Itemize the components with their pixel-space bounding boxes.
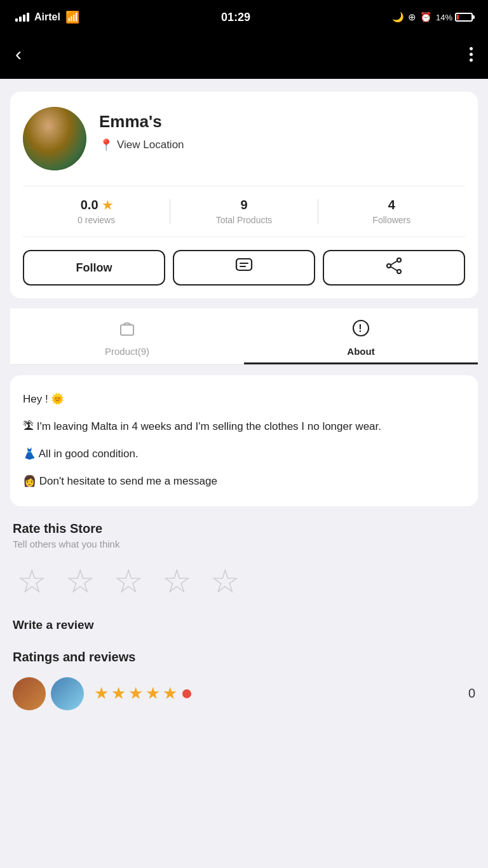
stat-rating: 0.0 ★ 0 reviews xyxy=(23,198,170,225)
review-star-2: ★ xyxy=(111,684,126,703)
star-2-button[interactable]: ☆ xyxy=(61,562,99,600)
carrier-name: Airtel xyxy=(34,11,60,23)
ratings-row: ★ ★ ★ ★ ★ 0 xyxy=(13,677,475,720)
more-menu-button[interactable] xyxy=(470,47,473,62)
signal-bar-2 xyxy=(19,17,22,22)
tab-about[interactable]: ! About xyxy=(244,308,478,364)
action-buttons: Follow xyxy=(23,250,465,286)
stat-rating-value: 0.0 ★ xyxy=(23,198,170,212)
star-3-button[interactable]: ☆ xyxy=(109,562,147,600)
about-tab-icon: ! xyxy=(351,319,370,342)
location-status-icon: ⊕ xyxy=(408,11,416,23)
rate-store-section: Rate this Store Tell others what you thi… xyxy=(10,521,478,600)
status-left: Airtel 📶 xyxy=(15,10,79,24)
svg-text:!: ! xyxy=(358,323,362,334)
status-right: 🌙 ⊕ ⏰ 14% xyxy=(392,11,473,23)
profile-card: Emma's 📍 View Location 0.0 ★ 0 reviews 9… xyxy=(10,92,478,298)
dot-1 xyxy=(470,47,473,50)
battery-icon xyxy=(455,13,473,22)
status-bar: Airtel 📶 01:29 🌙 ⊕ ⏰ 14% xyxy=(0,0,488,33)
svg-rect-0 xyxy=(236,259,252,270)
status-time: 01:29 xyxy=(221,11,250,24)
svg-point-5 xyxy=(387,264,391,268)
star-4-icon: ☆ xyxy=(162,565,192,598)
reviewer-avatar-2 xyxy=(51,677,84,710)
svg-point-3 xyxy=(397,258,401,262)
main-content: Emma's 📍 View Location 0.0 ★ 0 reviews 9… xyxy=(0,79,488,720)
star-2-icon: ☆ xyxy=(65,565,95,598)
review-star-5: ★ xyxy=(163,684,177,703)
about-line-3: 👗 All in good condition. xyxy=(23,445,465,464)
svg-point-4 xyxy=(397,270,401,273)
rating-count: 0 xyxy=(468,686,475,701)
star-5-button[interactable]: ☆ xyxy=(206,562,244,600)
dot-3 xyxy=(470,59,473,62)
about-text: Hey ! 🌞 🏝 I'm leaving Malta in 4 weeks a… xyxy=(23,390,465,491)
svg-line-6 xyxy=(391,261,397,265)
wifi-icon: 📶 xyxy=(65,10,79,24)
rate-store-title: Rate this Store xyxy=(13,521,475,536)
star-3-icon: ☆ xyxy=(114,565,144,598)
signal-bar-4 xyxy=(27,13,29,22)
share-icon xyxy=(385,258,403,278)
battery-percent-label: 14% xyxy=(436,13,452,22)
rating-star-icon: ★ xyxy=(102,198,112,212)
svg-line-7 xyxy=(391,267,397,271)
rate-store-subtitle: Tell others what you think xyxy=(13,539,475,549)
about-line-1: Hey ! 🌞 xyxy=(23,390,465,409)
tab-about-label: About xyxy=(347,346,374,357)
stat-followers-value: 4 xyxy=(318,198,465,212)
tab-products[interactable]: Product(9) xyxy=(10,308,244,364)
location-icon: 📍 xyxy=(99,138,113,152)
battery-fill xyxy=(457,15,459,20)
stat-followers-label: Followers xyxy=(318,215,465,225)
stat-followers: 4 Followers xyxy=(318,198,465,225)
products-tab-icon xyxy=(118,319,137,342)
star-1-button[interactable]: ☆ xyxy=(13,562,51,600)
stat-products: 9 Total Products xyxy=(170,198,317,225)
review-stars: ★ ★ ★ ★ ★ xyxy=(94,684,458,703)
avatar-image xyxy=(23,107,86,170)
reviewer-avatars xyxy=(13,677,84,710)
profile-info: Emma's 📍 View Location xyxy=(99,107,184,152)
profile-name: Emma's xyxy=(99,112,184,132)
about-line-2: 🏝 I'm leaving Malta in 4 weeks and I'm s… xyxy=(23,418,465,436)
star-4-button[interactable]: ☆ xyxy=(158,562,196,600)
battery-container: 14% xyxy=(436,13,473,22)
moon-icon: 🌙 xyxy=(392,11,404,23)
stat-products-value: 9 xyxy=(170,198,317,212)
follow-button[interactable]: Follow xyxy=(23,250,165,286)
ratings-title: Ratings and reviews xyxy=(13,650,475,665)
nav-bar: ‹ xyxy=(0,33,488,79)
stat-products-label: Total Products xyxy=(170,215,317,225)
about-line-4: 👩 Don't hesitate to send me a message xyxy=(23,472,465,491)
about-card: Hey ! 🌞 🏝 I'm leaving Malta in 4 weeks a… xyxy=(10,375,478,506)
alarm-icon: ⏰ xyxy=(420,11,432,23)
signal-bars-icon xyxy=(15,13,29,22)
message-button[interactable] xyxy=(173,250,315,286)
location-row[interactable]: 📍 View Location xyxy=(99,138,184,152)
review-star-3: ★ xyxy=(128,684,143,703)
star-5-icon: ☆ xyxy=(210,565,240,598)
share-button[interactable] xyxy=(323,250,465,286)
message-icon xyxy=(235,258,253,278)
ratings-section: Ratings and reviews ★ ★ ★ ★ ★ 0 xyxy=(10,650,478,720)
signal-bar-3 xyxy=(23,15,25,22)
review-star-1: ★ xyxy=(94,684,109,703)
tab-bar: Product(9) ! About xyxy=(10,308,478,365)
dot-2 xyxy=(470,53,473,56)
svg-rect-8 xyxy=(121,325,133,335)
review-star-4: ★ xyxy=(146,684,160,703)
back-button[interactable]: ‹ xyxy=(15,45,22,64)
star-1-icon: ☆ xyxy=(17,565,47,598)
write-review-label[interactable]: Write a review xyxy=(10,618,478,632)
signal-bar-1 xyxy=(15,18,18,22)
stats-row: 0.0 ★ 0 reviews 9 Total Products 4 Follo… xyxy=(23,186,465,237)
profile-header: Emma's 📍 View Location xyxy=(23,107,465,170)
stat-reviews-label: 0 reviews xyxy=(23,215,170,225)
avatar xyxy=(23,107,86,170)
rating-stars-input: ☆ ☆ ☆ ☆ ☆ xyxy=(13,562,475,600)
location-text: View Location xyxy=(117,139,184,151)
tab-products-label: Product(9) xyxy=(105,346,149,357)
reviewer-avatar-1 xyxy=(13,677,46,710)
